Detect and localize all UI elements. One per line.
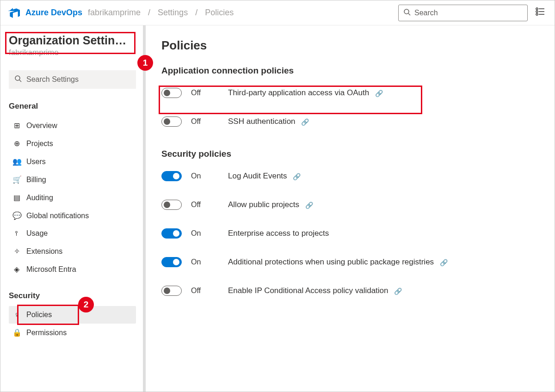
- chat-icon: 💬: [12, 211, 21, 220]
- toggle-state: On: [191, 258, 219, 266]
- breadcrumb-org[interactable]: fabrikamprime: [88, 8, 141, 18]
- breadcrumb-policies[interactable]: Policies: [205, 8, 234, 18]
- svg-line-9: [19, 80, 21, 82]
- main-title: Policies: [161, 38, 538, 53]
- toggle-state: Off: [191, 89, 219, 97]
- sidebar-section-security: Security: [9, 291, 136, 300]
- bulb-icon: ♀: [12, 311, 21, 319]
- policy-label: SSH authentication 🔗: [228, 117, 309, 126]
- breadcrumb-separator: /: [195, 8, 197, 18]
- toggle-state: On: [191, 172, 219, 180]
- sidebar-item-label: Projects: [26, 140, 53, 148]
- svg-point-8: [15, 76, 20, 80]
- toggle-public-projects[interactable]: [161, 200, 182, 210]
- group-heading-app-connection: Application connection policies: [161, 66, 538, 76]
- toggle-package-registries[interactable]: [161, 257, 182, 267]
- toggle-oauth[interactable]: [161, 88, 182, 98]
- link-icon[interactable]: 🔗: [301, 118, 309, 126]
- search-icon: [403, 8, 411, 17]
- policy-label: Log Audit Events 🔗: [228, 172, 301, 181]
- global-search-input[interactable]: [414, 9, 523, 17]
- sidebar-item-label: Billing: [26, 176, 46, 184]
- group-heading-security: Security policies: [161, 149, 538, 159]
- breadcrumb-settings[interactable]: Settings: [158, 8, 188, 18]
- brand-link[interactable]: Azure DevOps: [25, 8, 82, 18]
- svg-point-4: [536, 11, 538, 12]
- settings-list-icon[interactable]: [533, 5, 547, 21]
- svg-line-1: [408, 13, 410, 15]
- policy-row-enterprise-access: On Enterprise access to projects: [161, 219, 538, 248]
- link-icon[interactable]: 🔗: [293, 173, 301, 180]
- toggle-state: Off: [191, 201, 219, 209]
- sidebar-item-microsoft-entra[interactable]: ◈ Microsoft Entra: [9, 260, 136, 278]
- sidebar-item-permissions[interactable]: 🔒 Permissions: [9, 324, 136, 342]
- sidebar-item-extensions[interactable]: ✧ Extensions: [9, 242, 136, 260]
- grid-icon: ⊞: [12, 121, 21, 130]
- sidebar-section-general: General: [9, 102, 136, 111]
- link-icon[interactable]: 🔗: [305, 202, 313, 209]
- global-search[interactable]: [398, 5, 528, 21]
- policy-row-ip-conditional: Off Enable IP Conditional Access policy …: [161, 276, 538, 305]
- policy-label: Enable IP Conditional Access policy vali…: [228, 286, 402, 295]
- toggle-state: Off: [191, 117, 219, 126]
- diamond-icon: ◈: [12, 265, 21, 274]
- toggle-ssh[interactable]: [161, 116, 182, 127]
- sidebar-item-label: Global notifications: [26, 212, 89, 220]
- sidebar-item-usage[interactable]: ⫯ Usage: [9, 225, 136, 242]
- sidebar: 1 Organization Settin… fabrikamprime Gen…: [0, 25, 145, 392]
- chart-icon: ⫯: [12, 229, 21, 238]
- sidebar-item-auditing[interactable]: ▤ Auditing: [9, 189, 136, 207]
- puzzle-icon: ✧: [12, 247, 21, 256]
- cart-icon: 🛒: [12, 175, 21, 184]
- callout-badge-2: 2: [78, 297, 94, 312]
- toggle-state: Off: [191, 287, 219, 295]
- sidebar-item-label: Usage: [26, 229, 48, 238]
- sidebar-item-label: Microsoft Entra: [26, 265, 76, 274]
- toggle-enterprise-access[interactable]: [161, 228, 182, 239]
- link-icon[interactable]: 🔗: [440, 259, 448, 266]
- sidebar-item-users[interactable]: 👥 Users: [9, 153, 136, 171]
- policy-label: Enterprise access to projects: [228, 229, 329, 238]
- svg-point-2: [536, 8, 538, 10]
- policy-row-package-registries: On Additional protections when using pub…: [161, 248, 538, 276]
- toggle-ip-conditional[interactable]: [161, 286, 182, 296]
- callout-badge-1: 1: [137, 55, 153, 71]
- sidebar-item-projects[interactable]: ⊕ Projects: [9, 135, 136, 153]
- policy-row-public-projects: Off Allow public projects 🔗: [161, 190, 538, 219]
- policy-row-oauth: Off Third-party application access via O…: [161, 79, 538, 107]
- sidebar-item-label: Users: [26, 158, 46, 166]
- sidebar-item-label: Overview: [26, 122, 57, 130]
- sidebar-item-label: Extensions: [26, 247, 62, 256]
- settings-search[interactable]: [9, 70, 136, 89]
- policy-label: Additional protections when using public…: [228, 257, 448, 267]
- users-icon: 👥: [12, 157, 21, 166]
- top-header: Azure DevOps fabrikamprime / Settings / …: [0, 0, 555, 25]
- sidebar-item-billing[interactable]: 🛒 Billing: [9, 171, 136, 189]
- azure-devops-logo-icon: [8, 7, 20, 19]
- sidebar-item-policies[interactable]: ♀ Policies: [9, 306, 136, 324]
- page-title: Organization Settin…: [9, 34, 136, 47]
- toggle-log-audit[interactable]: [161, 171, 182, 181]
- sidebar-item-label: Auditing: [26, 194, 53, 202]
- policy-label: Allow public projects 🔗: [228, 200, 313, 209]
- breadcrumb-separator: /: [148, 8, 150, 18]
- link-icon[interactable]: 🔗: [394, 288, 402, 295]
- sidebar-item-global-notifications[interactable]: 💬 Global notifications: [9, 207, 136, 225]
- main-content: 3 Policies Application connection polici…: [145, 25, 555, 392]
- list-icon: ▤: [12, 193, 21, 202]
- search-icon: [14, 75, 22, 84]
- sidebar-item-label: Permissions: [26, 329, 67, 337]
- sidebar-item-label: Policies: [26, 311, 52, 319]
- sidebar-item-overview[interactable]: ⊞ Overview: [9, 116, 136, 135]
- plus-box-icon: ⊕: [12, 139, 21, 148]
- svg-point-6: [536, 13, 538, 15]
- settings-search-input[interactable]: [26, 75, 130, 84]
- svg-point-0: [404, 9, 409, 14]
- lock-icon: 🔒: [12, 328, 21, 337]
- policy-row-log-audit: On Log Audit Events 🔗: [161, 162, 538, 190]
- policy-label: Third-party application access via OAuth…: [228, 88, 383, 98]
- link-icon[interactable]: 🔗: [375, 90, 383, 97]
- org-name: fabrikamprime: [9, 48, 136, 57]
- toggle-state: On: [191, 229, 219, 238]
- policy-row-ssh: Off SSH authentication 🔗: [161, 107, 538, 136]
